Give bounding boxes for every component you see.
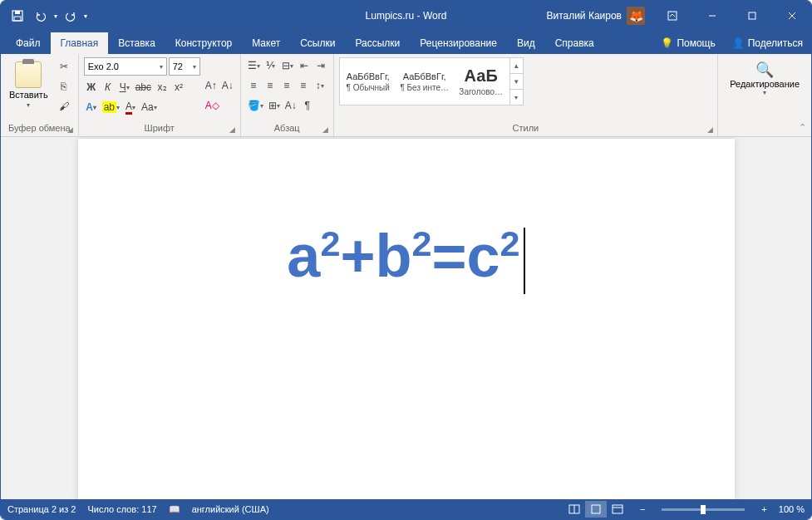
- grow-font-button[interactable]: A↑: [204, 77, 219, 94]
- underline-button[interactable]: Ч▾: [117, 79, 132, 96]
- bold-button[interactable]: Ж: [84, 79, 99, 96]
- user-account[interactable]: Виталий Каиров 🦊: [539, 7, 652, 25]
- ribbon-display-options[interactable]: [653, 1, 691, 31]
- strikethrough-button[interactable]: abc: [134, 79, 153, 96]
- maximize-button[interactable]: [733, 1, 771, 31]
- change-case-button[interactable]: Aa▾: [140, 99, 159, 115]
- gallery-more[interactable]: ▾: [510, 90, 523, 105]
- subscript-button[interactable]: x₂: [155, 79, 170, 96]
- zoom-slider[interactable]: [662, 508, 745, 511]
- tab-review[interactable]: Рецензирование: [410, 32, 507, 54]
- clear-formatting-button[interactable]: A◇: [204, 97, 221, 114]
- minimize-button[interactable]: [693, 1, 731, 31]
- styles-gallery: АаБбВвГг, ¶ Обычный АаБбВвГг, ¶ Без инте…: [339, 57, 524, 105]
- language-indicator[interactable]: английский (США): [192, 504, 269, 514]
- font-size-combo[interactable]: 72▾: [169, 57, 200, 76]
- page[interactable]: a2+b2=c2: [78, 139, 735, 499]
- tab-view[interactable]: Вид: [507, 32, 545, 54]
- group-paragraph: ☰▾ ⅟▾ ⊟▾ ⇤ ⇥ ≡ ≡ ≡ ≡ ↕▾ 🪣▾: [241, 54, 334, 136]
- align-center-button[interactable]: ≡: [263, 77, 278, 94]
- borders-button[interactable]: ⊞▾: [267, 97, 282, 114]
- clipboard-icon: [15, 61, 42, 88]
- styles-group-label: Стили: [339, 121, 713, 135]
- word-window: ▾ ▾ Lumpics.ru - Word Виталий Каиров 🦊 Ф…: [0, 0, 812, 520]
- shading-button[interactable]: 🪣▾: [246, 97, 265, 114]
- tab-insert[interactable]: Вставка: [108, 32, 165, 54]
- print-layout-button[interactable]: [585, 501, 607, 518]
- numbering-button[interactable]: ⅟▾: [263, 57, 278, 74]
- style-normal[interactable]: АаБбВвГг, ¶ Обычный: [340, 58, 396, 105]
- shrink-font-button[interactable]: A↓: [220, 77, 235, 94]
- paste-label: Вставить: [9, 90, 48, 100]
- style-heading[interactable]: АаБ Заголово…: [453, 58, 509, 105]
- read-mode-button[interactable]: [563, 501, 585, 518]
- cut-button[interactable]: ✂: [55, 57, 73, 76]
- tab-file[interactable]: Файл: [6, 32, 51, 54]
- web-layout-button[interactable]: [607, 501, 628, 518]
- font-name-combo[interactable]: Exo 2.0▾: [84, 57, 167, 76]
- word-count[interactable]: Число слов: 117: [87, 504, 156, 514]
- highlight-button[interactable]: ab▾: [101, 99, 121, 115]
- tab-layout[interactable]: Макет: [242, 32, 290, 54]
- zoom-in-button[interactable]: +: [761, 504, 766, 514]
- show-marks-button[interactable]: ¶: [300, 97, 315, 114]
- tab-references[interactable]: Ссылки: [290, 32, 345, 54]
- text-effects-button[interactable]: A▾: [84, 99, 99, 115]
- increase-indent-button[interactable]: ⇥: [313, 57, 328, 74]
- sort-button[interactable]: A↓: [283, 97, 298, 114]
- paste-button[interactable]: Вставить ▾: [6, 57, 52, 112]
- tab-home[interactable]: Главная: [51, 32, 109, 54]
- search-icon: 🔍: [755, 61, 774, 79]
- gallery-down[interactable]: ▼: [510, 74, 523, 90]
- document-area[interactable]: a2+b2=c2: [1, 137, 811, 499]
- italic-button[interactable]: К: [101, 79, 116, 96]
- tab-design[interactable]: Конструктор: [165, 32, 242, 54]
- save-button[interactable]: [7, 6, 27, 26]
- zoom-level[interactable]: 100 %: [779, 504, 805, 514]
- undo-button[interactable]: [31, 6, 51, 26]
- bullets-button[interactable]: ☰▾: [246, 57, 262, 74]
- editing-label: Редактирование: [730, 79, 800, 89]
- format-painter-button[interactable]: 🖌: [55, 97, 73, 115]
- decrease-indent-button[interactable]: ⇤: [297, 57, 312, 74]
- clipboard-launcher[interactable]: ◢: [66, 125, 76, 135]
- tab-help[interactable]: Справка: [545, 32, 604, 54]
- multilevel-button[interactable]: ⊟▾: [280, 57, 295, 74]
- style-no-spacing[interactable]: АаБбВвГг, ¶ Без инте…: [396, 58, 453, 105]
- title-bar: ▾ ▾ Lumpics.ru - Word Виталий Каиров 🦊: [1, 1, 811, 31]
- svg-rect-11: [613, 505, 623, 513]
- line-spacing-button[interactable]: ↕▾: [312, 77, 327, 94]
- ribbon-tabs: Файл Главная Вставка Конструктор Макет С…: [1, 31, 811, 54]
- avatar: 🦊: [627, 7, 645, 25]
- paragraph-launcher[interactable]: ◢: [321, 125, 331, 135]
- superscript-button[interactable]: x²: [171, 79, 186, 96]
- share-button[interactable]: 👤 Поделиться: [724, 32, 811, 54]
- align-right-button[interactable]: ≡: [279, 77, 294, 94]
- tell-me-label: Помощь: [677, 37, 715, 49]
- equation-text[interactable]: a2+b2=c2: [111, 222, 701, 294]
- editing-dropdown[interactable]: 🔍 Редактирование ▾: [723, 57, 806, 100]
- window-title: Lumpics.ru - Word: [366, 10, 447, 22]
- paragraph-group-label: Абзац: [246, 121, 328, 135]
- zoom-out-button[interactable]: −: [640, 504, 645, 514]
- view-buttons: [563, 501, 628, 518]
- tab-mailings[interactable]: Рассылки: [345, 32, 410, 54]
- page-indicator[interactable]: Страница 2 из 2: [7, 504, 76, 514]
- collapse-ribbon-button[interactable]: ⌃: [799, 122, 806, 133]
- ribbon: Вставить ▾ ✂ ⎘ 🖌 Буфер обмена ◢ Exo 2.0▾…: [1, 54, 811, 137]
- justify-button[interactable]: ≡: [296, 77, 311, 94]
- font-color-button[interactable]: A▾: [123, 99, 138, 115]
- user-name: Виталий Каиров: [546, 10, 622, 22]
- gallery-up[interactable]: ▲: [510, 58, 523, 74]
- quick-access-toolbar: ▾ ▾: [1, 6, 94, 26]
- tell-me-button[interactable]: 💡 Помощь: [652, 32, 723, 54]
- group-font: Exo 2.0▾ 72▾ Ж К Ч▾ abc x₂ x² A▾ ab▾: [79, 54, 241, 136]
- status-bar: Страница 2 из 2 Число слов: 117 📖 англий…: [1, 499, 811, 519]
- redo-button[interactable]: [61, 6, 81, 26]
- close-button[interactable]: [773, 1, 811, 31]
- align-left-button[interactable]: ≡: [246, 77, 261, 94]
- styles-launcher[interactable]: ◢: [705, 125, 715, 135]
- proofing-icon[interactable]: 📖: [169, 504, 180, 515]
- copy-button[interactable]: ⎘: [55, 77, 73, 96]
- font-launcher[interactable]: ◢: [228, 125, 238, 135]
